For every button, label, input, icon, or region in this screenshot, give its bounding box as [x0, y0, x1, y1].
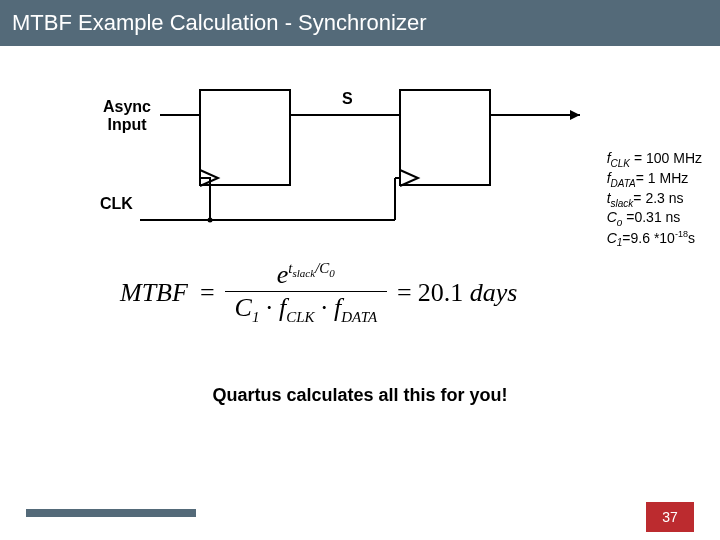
param-co: Co =0.31 ns	[607, 209, 702, 229]
formula-lhs: MTBF	[120, 278, 188, 308]
param-c1: C1=9.6 *10-18s	[607, 229, 702, 249]
synchronizer-diagram: Async Input S CLK fCLK = 100 MHz fDATA= …	[0, 60, 720, 250]
svg-rect-0	[200, 90, 290, 185]
equals-sign-2: =	[397, 278, 412, 308]
label-signal-s: S	[342, 90, 353, 108]
footer-bar: 37	[0, 502, 720, 532]
slide-title: MTBF Example Calculation - Synchronizer	[12, 10, 426, 36]
equals-sign: =	[200, 278, 215, 308]
svg-point-19	[208, 218, 213, 223]
formula-result-value: 20.1	[418, 278, 464, 308]
svg-marker-5	[570, 110, 580, 120]
parameter-list: fCLK = 100 MHz fDATA= 1 MHz tslack= 2.3 …	[607, 150, 702, 250]
formula-result-unit: days	[470, 278, 518, 308]
param-tslack: tslack= 2.3 ns	[607, 190, 702, 210]
svg-rect-1	[400, 90, 490, 185]
mtbf-formula: MTBF = etslack/C0 C1 · fCLK · fDATA = 20…	[120, 260, 580, 326]
label-async-input: Async Input	[92, 98, 162, 134]
page-number: 37	[646, 502, 694, 532]
footer-accent	[26, 509, 196, 517]
param-fdata: fDATA= 1 MHz	[607, 170, 702, 190]
formula-fraction: etslack/C0 C1 · fCLK · fDATA	[225, 260, 388, 326]
slide-title-bar: MTBF Example Calculation - Synchronizer	[0, 0, 720, 46]
label-clk: CLK	[100, 195, 133, 213]
quartus-note: Quartus calculates all this for you!	[0, 385, 720, 406]
param-fclk: fCLK = 100 MHz	[607, 150, 702, 170]
